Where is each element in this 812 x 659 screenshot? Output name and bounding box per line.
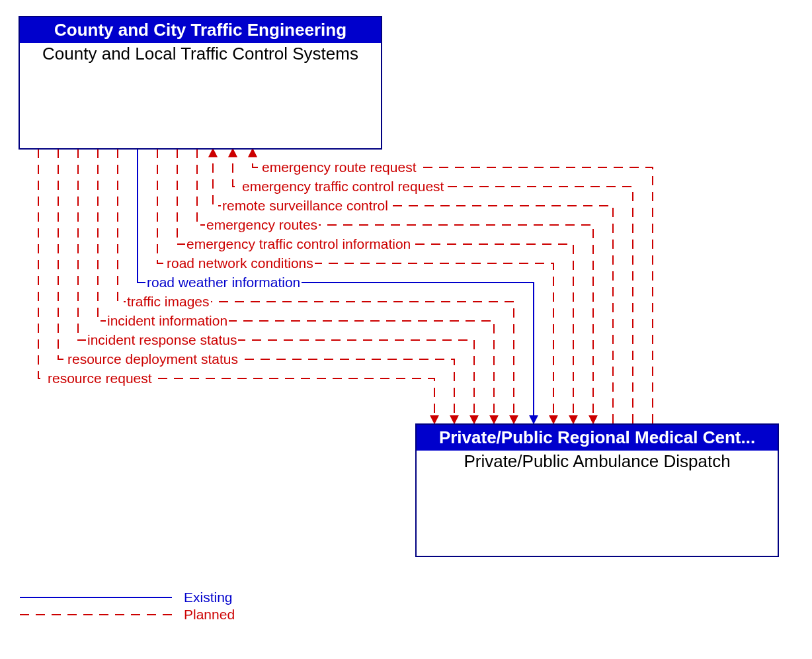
entity-header: Private/Public Regional Medical Cent...: [417, 425, 778, 451]
flow-label: road weather information: [145, 275, 302, 290]
entity-box-bottom: Private/Public Regional Medical Cent... …: [415, 423, 779, 557]
legend-label-existing: Existing: [184, 590, 233, 605]
flow-label: emergency route request: [261, 159, 417, 175]
flow-label: road network conditions: [165, 255, 315, 271]
flow-label: incident information: [106, 313, 229, 329]
entity-body: Private/Public Ambulance Dispatch: [417, 451, 778, 473]
flow-label: incident response status: [86, 332, 238, 348]
flow-label: traffic images: [126, 294, 211, 310]
flow-label: resource request: [46, 371, 153, 386]
legend-label-planned: Planned: [184, 607, 235, 623]
flow-label: emergency traffic control request: [241, 179, 445, 195]
flow-label: emergency routes: [205, 217, 319, 233]
entity-header: County and City Traffic Engineering: [20, 17, 381, 43]
entity-body: County and Local Traffic Control Systems: [20, 43, 381, 66]
flow-label: emergency traffic control information: [185, 236, 412, 252]
flow-label: resource deployment status: [66, 351, 239, 367]
flow-label: remote surveillance control: [221, 198, 389, 214]
entity-box-top: County and City Traffic Engineering Coun…: [19, 16, 382, 150]
